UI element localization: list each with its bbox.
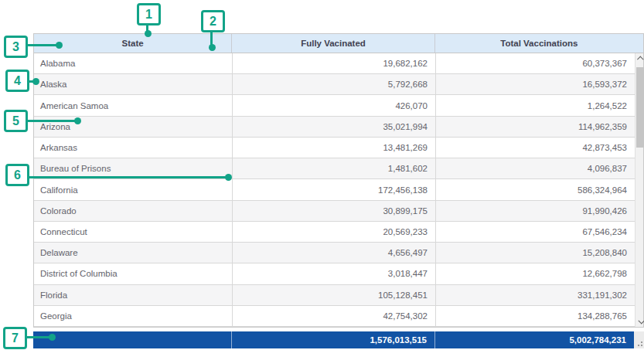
cell-state[interactable]: Georgia bbox=[34, 306, 233, 326]
callout-3-line bbox=[26, 44, 59, 46]
cell-total-vaccinations[interactable]: 4,096,837 bbox=[436, 158, 635, 178]
totals-row-corner bbox=[634, 331, 644, 348]
table-row[interactable]: Florida105,128,451331,191,302 bbox=[34, 285, 635, 306]
table-body: Alabama19,682,16260,373,367Alaska5,792,6… bbox=[34, 53, 635, 327]
cell-state[interactable]: American Samoa bbox=[34, 95, 233, 115]
cell-fully-vaccinated[interactable]: 20,569,233 bbox=[233, 222, 436, 242]
callout-1-dot bbox=[145, 30, 152, 37]
cell-total-vaccinations[interactable]: 15,208,840 bbox=[436, 243, 635, 263]
cell-total-vaccinations[interactable]: 16,593,372 bbox=[436, 74, 635, 94]
cell-fully-vaccinated[interactable]: 35,021,994 bbox=[233, 117, 436, 137]
scroll-up-button[interactable] bbox=[635, 53, 644, 64]
table-row[interactable]: Alaska5,792,66816,593,372 bbox=[34, 74, 635, 95]
callout-6-line bbox=[28, 176, 227, 178]
vaccination-table-page: State Fully Vacinated Total Vaccinations… bbox=[0, 0, 644, 350]
cell-state[interactable]: District of Columbia bbox=[34, 263, 233, 284]
chevron-down-icon bbox=[638, 318, 644, 324]
cell-fully-vaccinated[interactable]: 19,682,162 bbox=[233, 53, 436, 73]
cell-fully-vaccinated[interactable]: 105,128,451 bbox=[233, 285, 436, 305]
column-header-state[interactable]: State bbox=[34, 34, 232, 53]
table-row[interactable]: District of Columbia3,018,44712,662,798 bbox=[34, 263, 635, 284]
table-header-row: State Fully Vacinated Total Vaccinations bbox=[34, 34, 643, 53]
callout-7-dot bbox=[49, 334, 56, 341]
cell-state[interactable]: Arkansas bbox=[34, 138, 233, 158]
callout-7-badge: 7 bbox=[3, 327, 27, 349]
cell-fully-vaccinated[interactable]: 426,070 bbox=[233, 95, 436, 115]
table-row[interactable]: Georgia42,754,302134,288,765 bbox=[34, 306, 635, 327]
table-row[interactable]: Arizona35,021,994114,962,359 bbox=[34, 117, 635, 138]
scrollbar-thumb[interactable] bbox=[636, 67, 644, 148]
table-row[interactable]: Alabama19,682,16260,373,367 bbox=[34, 53, 635, 74]
totals-row: 1,576,013,515 5,002,784,231 bbox=[33, 331, 634, 348]
table-row[interactable]: Delaware4,656,49715,208,840 bbox=[34, 243, 635, 263]
cell-fully-vaccinated[interactable]: 3,018,447 bbox=[233, 263, 436, 284]
resize-grip-icon bbox=[638, 342, 642, 346]
callout-6-badge: 6 bbox=[5, 164, 29, 186]
table-row[interactable]: Colorado30,899,17591,990,426 bbox=[34, 201, 635, 222]
callout-5-dot bbox=[74, 117, 81, 124]
callout-6-dot bbox=[225, 174, 232, 181]
cell-total-vaccinations[interactable]: 586,324,964 bbox=[436, 179, 635, 199]
cell-total-vaccinations[interactable]: 67,546,234 bbox=[436, 222, 635, 242]
cell-state[interactable]: Delaware bbox=[34, 243, 233, 263]
cell-fully-vaccinated[interactable]: 172,456,138 bbox=[233, 179, 436, 199]
scroll-down-button[interactable] bbox=[635, 316, 644, 327]
vaccination-table: State Fully Vacinated Total Vaccinations… bbox=[33, 33, 644, 328]
cell-fully-vaccinated[interactable]: 4,656,497 bbox=[233, 243, 436, 263]
cell-state[interactable]: Alabama bbox=[34, 53, 233, 73]
callout-4-dot bbox=[32, 78, 39, 85]
table-row[interactable]: American Samoa426,0701,264,522 bbox=[34, 95, 635, 116]
totals-cell-fully-vaccinated: 1,576,013,515 bbox=[232, 331, 435, 348]
callout-7-line bbox=[26, 336, 52, 338]
callout-3-badge: 3 bbox=[4, 36, 28, 58]
column-header-fully-vaccinated[interactable]: Fully Vacinated bbox=[232, 34, 434, 53]
table-data-area: Alabama19,682,16260,373,367Alaska5,792,6… bbox=[34, 53, 643, 327]
cell-state[interactable]: Colorado bbox=[34, 201, 233, 221]
cell-state[interactable]: California bbox=[34, 179, 233, 199]
totals-cell-state bbox=[33, 331, 232, 348]
callout-4-badge: 4 bbox=[5, 70, 29, 92]
cell-total-vaccinations[interactable]: 331,191,302 bbox=[436, 285, 635, 305]
chevron-up-icon bbox=[637, 56, 643, 62]
cell-fully-vaccinated[interactable]: 5,792,668 bbox=[233, 74, 436, 94]
cell-total-vaccinations[interactable]: 12,662,798 bbox=[436, 263, 635, 284]
cell-fully-vaccinated[interactable]: 1,481,602 bbox=[233, 158, 436, 178]
cell-state[interactable]: Connecticut bbox=[34, 222, 233, 242]
cell-total-vaccinations[interactable]: 134,288,765 bbox=[436, 306, 635, 326]
column-header-total-vaccinations[interactable]: Total Vaccinations bbox=[435, 34, 643, 53]
callout-5-line bbox=[26, 120, 77, 122]
callout-3-dot bbox=[56, 42, 63, 49]
table-row[interactable]: Connecticut20,569,23367,546,234 bbox=[34, 222, 635, 243]
cell-total-vaccinations[interactable]: 42,873,453 bbox=[436, 138, 635, 158]
cell-state[interactable]: Florida bbox=[34, 285, 233, 305]
cell-total-vaccinations[interactable]: 91,990,426 bbox=[436, 201, 635, 221]
callout-2-badge: 2 bbox=[201, 10, 225, 32]
cell-fully-vaccinated[interactable]: 30,899,175 bbox=[233, 201, 436, 221]
cell-state[interactable]: Alaska bbox=[34, 74, 233, 94]
cell-total-vaccinations[interactable]: 60,373,367 bbox=[436, 53, 635, 73]
table-row[interactable]: Arkansas13,481,26942,873,453 bbox=[34, 138, 635, 158]
callout-5-badge: 5 bbox=[4, 110, 28, 132]
cell-total-vaccinations[interactable]: 114,962,359 bbox=[436, 117, 635, 137]
cell-total-vaccinations[interactable]: 1,264,522 bbox=[436, 95, 635, 115]
table-row[interactable]: California172,456,138586,324,964 bbox=[34, 179, 635, 200]
vertical-scrollbar[interactable] bbox=[635, 53, 643, 327]
totals-cell-total-vaccinations: 5,002,784,231 bbox=[435, 331, 634, 348]
cell-fully-vaccinated[interactable]: 42,754,302 bbox=[233, 306, 436, 326]
callout-2-dot bbox=[209, 44, 216, 51]
callout-1-badge: 1 bbox=[137, 3, 161, 25]
cell-fully-vaccinated[interactable]: 13,481,269 bbox=[233, 138, 436, 158]
